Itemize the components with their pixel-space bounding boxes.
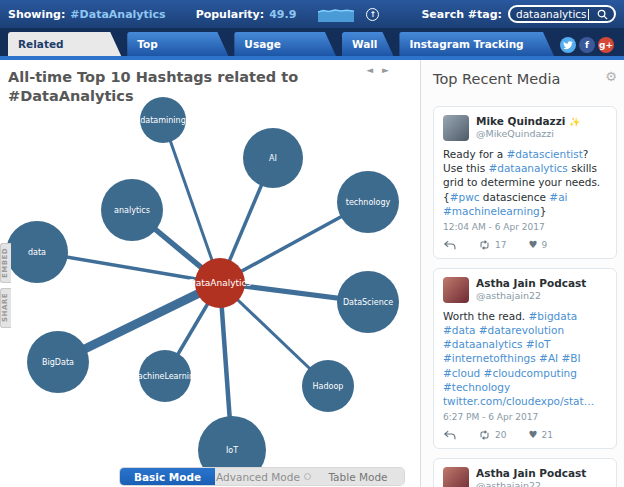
tweet-author-handle[interactable]: @asthajain22	[476, 290, 586, 301]
tweet-card[interactable]: Mike Quindazzi ✨ @MikeQuindazzi Ready fo…	[433, 106, 617, 259]
hashtag-node-label: BigData	[42, 358, 74, 367]
basic-mode-button[interactable]: Basic Mode	[120, 468, 215, 485]
hashtag-node-label: MachineLearning	[131, 372, 199, 381]
tweet-author: Astha Jain Podcast @asthajain22	[476, 277, 586, 301]
social-icons: f g+	[560, 37, 624, 53]
tweet-card[interactable]: Astha Jain Podcast @asthajain22 Worth th…	[433, 458, 617, 487]
hashtag-link[interactable]: #technology	[443, 381, 510, 393]
hashtag-node-label: Hadoop	[313, 382, 344, 391]
sparkline-chart	[318, 7, 354, 22]
hashtag-link[interactable]: #ai	[549, 191, 567, 203]
hashtag-node-label: DataAnalytics	[189, 278, 252, 288]
hashtag-link[interactable]: #datascientist	[506, 148, 582, 160]
embed-side-tab[interactable]: EMBED	[0, 243, 11, 283]
popularity-label: Popularity:	[196, 8, 265, 21]
tweet-author-name[interactable]: Astha Jain Podcast	[476, 467, 586, 480]
tweet-text: Worth the read. #bigdata #data #datarevo…	[443, 309, 607, 408]
related-hashtags-view: dataminingAItechnologyanalyticsdataDataS…	[0, 60, 420, 487]
tweet-author: Mike Quindazzi ✨ @MikeQuindazzi	[476, 115, 580, 139]
hashtag-node-label: technology	[346, 198, 391, 207]
tab-wall[interactable]: Wall	[342, 32, 394, 56]
like-count: 9	[541, 240, 547, 250]
up-arrow-button[interactable]: ↑	[366, 8, 379, 21]
tweet-timestamp[interactable]: 6:27 PM - 6 Apr 2017	[443, 412, 607, 422]
retweet-count: 17	[495, 240, 506, 250]
tweet-header[interactable]: Astha Jain Podcast @asthajain22	[443, 467, 607, 487]
tab-label: Instagram Tracking	[409, 38, 523, 50]
facebook-icon[interactable]: f	[579, 37, 595, 53]
tweet-card[interactable]: Astha Jain Podcast @asthajain22 Worth th…	[433, 268, 617, 449]
hashtag-link[interactable]: #cloudcomputing	[484, 367, 577, 379]
search-input[interactable]: dataanalytics	[508, 5, 616, 23]
tweet-actions: 17 ♥ 9	[443, 240, 607, 250]
facebook-glyph: f	[585, 40, 589, 50]
reply-icon[interactable]	[443, 240, 456, 250]
panel-header: Top Recent Media ⚙	[433, 69, 617, 88]
hashtag-link[interactable]: #data	[443, 324, 475, 336]
tab-instagram-tracking[interactable]: Instagram Tracking New!	[399, 32, 554, 56]
showing-label: Showing:	[8, 8, 65, 21]
hashtag-link[interactable]: #datarevolution	[479, 324, 564, 336]
avatar[interactable]	[443, 277, 469, 303]
search-icon[interactable]	[597, 9, 608, 20]
heart-icon: ♥	[528, 240, 537, 250]
advanced-mode-button[interactable]: Advanced Mode	[215, 468, 312, 485]
googleplus-icon[interactable]: g+	[598, 37, 614, 53]
tweet-header[interactable]: Astha Jain Podcast @asthajain22	[443, 277, 607, 303]
mode-switcher: Basic Mode Advanced Mode Table Mode	[120, 468, 404, 485]
tweet-timestamp[interactable]: 12:04 AM - 6 Apr 2017	[443, 222, 607, 232]
tab-usage-patterns[interactable]: Usage Patterns	[234, 32, 336, 56]
hashtag-node-label: data	[28, 248, 46, 257]
retweet-icon	[478, 240, 491, 250]
retweet-action[interactable]: 17	[478, 240, 506, 250]
tweet-text: Ready for a #datascientist? Use this #da…	[443, 147, 607, 218]
hashtag-link[interactable]: #BI	[562, 352, 581, 364]
like-action[interactable]: ♥ 9	[528, 240, 547, 250]
tweet-author-handle[interactable]: @MikeQuindazzi	[476, 128, 580, 139]
share-side-tab[interactable]: SHARE	[0, 288, 11, 328]
tweet-author-name[interactable]: Astha Jain Podcast	[476, 277, 586, 290]
hashtag-link[interactable]: #internetofthings	[443, 352, 536, 364]
panel-title: Top Recent Media	[433, 71, 560, 87]
hashtag-link[interactable]: twitter.com/cloudexpo/stat…	[443, 395, 594, 407]
hashtag-link[interactable]: #cloud	[443, 367, 480, 379]
hashtag-link[interactable]: #bigdata	[529, 310, 578, 322]
tweet-author-name[interactable]: Mike Quindazzi ✨	[476, 115, 580, 128]
gear-icon[interactable]: ⚙	[605, 70, 617, 83]
retweet-count: 20	[495, 430, 506, 440]
retweet-action[interactable]: 20	[478, 430, 506, 440]
tab-related-hashtags[interactable]: Related Hashtags	[8, 32, 121, 56]
title-row: All-time Top 10 Hashtags related to #Dat…	[8, 67, 418, 105]
hashtag-link[interactable]: #dataanalytics	[443, 338, 522, 350]
page-title: All-time Top 10 Hashtags related to #Dat…	[8, 69, 298, 104]
popularity-sparkline[interactable]	[318, 7, 354, 22]
showing-hashtag-link[interactable]: #DataAnalytics	[70, 8, 165, 21]
tweet-actions: 20 ♥ 21	[443, 430, 607, 440]
popularity-value: 49.9	[269, 8, 296, 21]
sparkle-emoji: ✨	[569, 117, 580, 127]
topbar: Showing: #DataAnalytics Popularity: 49.9…	[0, 0, 624, 28]
search-value: dataanalytics	[516, 8, 587, 20]
hashtag-link[interactable]: #pwc	[450, 191, 480, 203]
hashtag-node-label: datamining	[140, 116, 185, 125]
tweet-author-handle[interactable]: @asthajain22	[476, 480, 586, 487]
text-caret	[588, 9, 589, 20]
top-recent-media-panel: Top Recent Media ⚙ Mike Quindazzi ✨ @Mik…	[420, 60, 624, 487]
like-action[interactable]: ♥ 21	[528, 430, 552, 440]
tab-label: Wall	[352, 38, 378, 50]
search-label: Search #tag:	[421, 8, 502, 21]
twitter-icon[interactable]	[560, 37, 576, 53]
retweet-icon	[478, 430, 491, 440]
tab-top-influencers[interactable]: Top Influencers	[127, 32, 228, 56]
hashtag-link[interactable]: #AI	[539, 352, 558, 364]
hashtag-link[interactable]: #dataanalytics	[488, 162, 567, 174]
table-mode-button[interactable]: Table Mode	[312, 468, 404, 485]
hashtag-link[interactable]: #IoT	[526, 338, 551, 350]
search-group: Search #tag: dataanalytics	[421, 5, 616, 23]
avatar[interactable]	[443, 467, 469, 487]
tweet-header[interactable]: Mike Quindazzi ✨ @MikeQuindazzi	[443, 115, 607, 141]
avatar[interactable]	[443, 115, 469, 141]
hashtag-link[interactable]: #machinelearning	[443, 205, 540, 217]
reply-icon[interactable]	[443, 430, 456, 440]
hashtag-network[interactable]: dataminingAItechnologyanalyticsdataDataS…	[0, 60, 420, 487]
